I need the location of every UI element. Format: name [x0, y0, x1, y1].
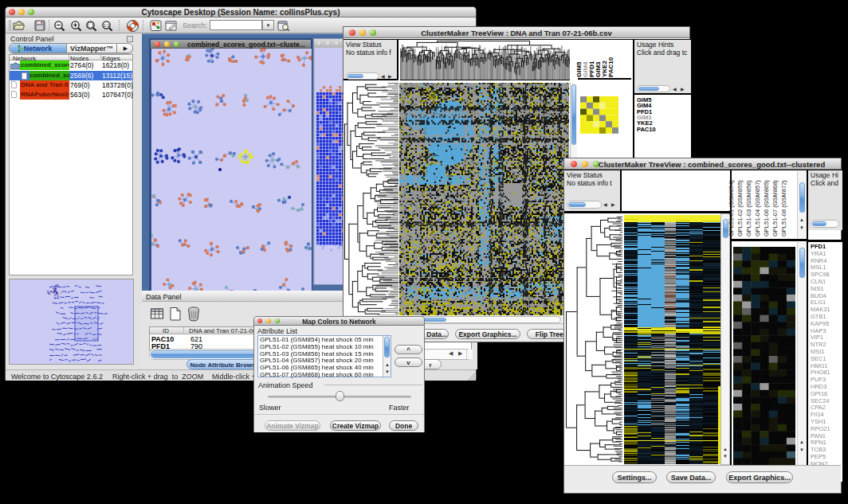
svg-text:1:1: 1:1: [104, 23, 110, 28]
